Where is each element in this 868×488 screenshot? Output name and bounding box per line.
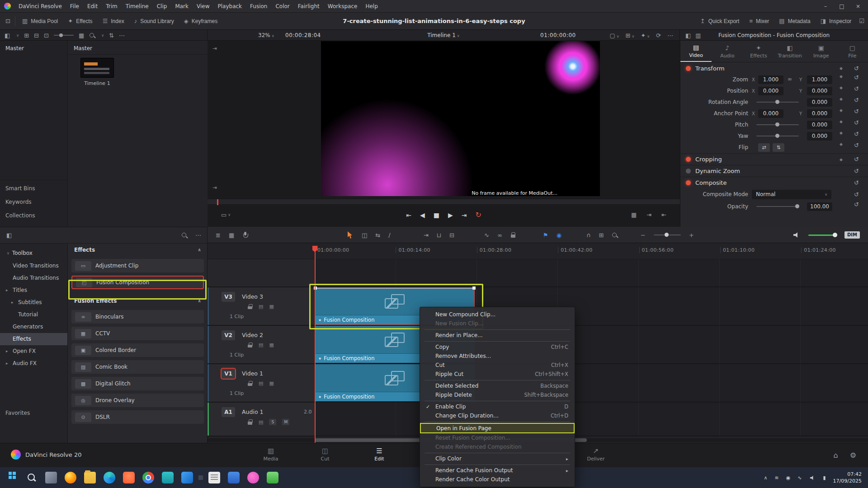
context-menu-item[interactable]: Ripple Delete Shift+Backspace xyxy=(420,390,575,399)
menu-item[interactable]: Trim xyxy=(102,0,122,13)
sort-icon[interactable]: ⇅ xyxy=(109,33,114,38)
terminal-icon[interactable] xyxy=(162,472,174,483)
effects-group-header[interactable]: Effects∧ xyxy=(68,244,208,256)
notepad-icon[interactable] xyxy=(208,472,220,483)
timeline-ruler[interactable]: 01:00:00:0001:00:14:0001:00:28:0001:00:4… xyxy=(208,243,868,259)
effect-item[interactable]: ▭ Adjustment Clip xyxy=(71,259,204,272)
timeline-zoom-slider[interactable] xyxy=(654,235,681,235)
import-media-icon[interactable]: ⊞ xyxy=(24,33,29,38)
keyframe-icon[interactable]: ◆ xyxy=(840,157,843,162)
section-enable-toggle[interactable] xyxy=(686,157,691,162)
reset-icon[interactable]: ↺ xyxy=(854,119,859,126)
media-pool-section[interactable]: Collections xyxy=(5,212,35,219)
track-id-badge[interactable]: A1 xyxy=(222,407,235,417)
timeline-timecode[interactable]: 01:00:00:00 xyxy=(540,32,576,38)
thumbnail-size-slider[interactable] xyxy=(54,35,74,36)
track-enable-icon[interactable]: ▤ xyxy=(259,419,263,425)
opacity-slider[interactable] xyxy=(756,206,799,207)
favorites-label[interactable]: Favorites xyxy=(5,410,30,416)
more-options-icon[interactable]: ⋯ xyxy=(119,33,125,38)
refresh-icon[interactable]: ⟳ xyxy=(656,33,661,38)
panel-toggle-button[interactable]: ▥ Media Pool xyxy=(17,13,63,30)
menu-item[interactable]: Clip xyxy=(153,0,171,13)
opacity-value-field[interactable]: 100.00 xyxy=(807,202,832,211)
value-field-x[interactable]: 0.000 xyxy=(758,87,783,95)
track-header[interactable]: A1 Audio 1 2.0 ▤ S M xyxy=(208,403,315,436)
inspector-tab[interactable]: ▣ Image xyxy=(806,41,837,62)
menu-item[interactable]: File xyxy=(66,0,83,13)
bin-master[interactable]: Master xyxy=(5,45,24,52)
overwrite-clip-icon[interactable]: ⊔ xyxy=(437,232,441,238)
track-name[interactable]: Video 3 xyxy=(242,293,263,300)
minimize-button[interactable]: – xyxy=(817,0,834,13)
firefox-icon[interactable] xyxy=(65,472,76,483)
project-settings-icon[interactable]: ☑ xyxy=(859,18,864,24)
reset-icon[interactable]: ↺ xyxy=(854,201,859,208)
mark-in-icon[interactable]: ⇥ xyxy=(212,45,217,52)
track-lock-icon[interactable] xyxy=(247,381,253,386)
media-pool-section[interactable]: Smart Bins xyxy=(5,185,35,192)
step-back-button[interactable]: ◀ xyxy=(420,211,425,219)
retime-curve-icon[interactable]: ∿ xyxy=(484,232,489,238)
collapse-icon[interactable]: ∧ xyxy=(198,247,201,252)
inspector-tab[interactable]: ◧ Transition xyxy=(774,41,806,62)
mark-out-icon[interactable]: ⇥ xyxy=(212,184,217,191)
track-name[interactable]: Video 2 xyxy=(242,332,263,338)
fusion-effect-item[interactable]: ▣ Colored Border xyxy=(71,343,204,357)
viewer-scale-icon[interactable]: ▢∨ xyxy=(609,33,619,38)
link-clips-icon[interactable]: ∞ xyxy=(497,232,502,238)
toolbox-item[interactable]: ▸ Titles xyxy=(0,284,67,296)
chevron-down-icon[interactable]: ∨ xyxy=(101,33,104,38)
value-field-y[interactable]: 0.000 xyxy=(807,87,832,95)
reset-icon[interactable]: ↺ xyxy=(854,131,859,137)
context-menu-item[interactable]: Open in Fusion Page xyxy=(420,423,575,433)
composite-section-header[interactable]: Composite ↺ xyxy=(680,177,868,188)
toolbox-item[interactable]: Video Transitions xyxy=(0,260,67,272)
viewer-more-options-icon[interactable]: ⋯ xyxy=(667,33,673,38)
stop-button[interactable]: ■ xyxy=(434,211,439,219)
inspector-tab[interactable]: ▤ Video xyxy=(680,41,712,62)
capture-tool-icon[interactable] xyxy=(267,472,278,483)
inspector-tab[interactable]: ✦ Effects xyxy=(743,41,774,62)
context-menu-item[interactable]: Copy Ctrl+C xyxy=(420,343,575,352)
inspector-tab[interactable]: ♪ Audio xyxy=(712,41,743,62)
inspector-tab[interactable]: ▢ File xyxy=(837,41,868,62)
keyframe-icon[interactable]: ◆ xyxy=(840,66,843,70)
volume-slider[interactable] xyxy=(808,235,836,236)
go-to-last-frame-button[interactable]: ⇥ xyxy=(462,211,467,219)
track-lock-icon[interactable] xyxy=(247,343,253,348)
toolbox-item[interactable]: Generators xyxy=(0,321,67,333)
value-field-x[interactable]: 1.000 xyxy=(758,75,783,84)
track-name[interactable]: Video 1 xyxy=(242,370,263,377)
reset-icon[interactable]: ↺ xyxy=(854,97,859,103)
panel-collapse-icon[interactable]: ◧ xyxy=(5,33,10,38)
viewer-zoom-dropdown[interactable]: 32%∨ xyxy=(258,32,274,38)
toolbox-header[interactable]: ∨Toolbox xyxy=(0,244,67,260)
cropping-section-header[interactable]: Cropping ◆ ↺ xyxy=(680,153,868,165)
trim-edit-mode-icon[interactable]: ◫ xyxy=(362,232,367,238)
context-menu-item[interactable]: Render Cache Color Output xyxy=(420,475,575,484)
track-enable-icon[interactable]: ▤ xyxy=(259,380,263,386)
stacked-timeline-icon[interactable]: ▦ xyxy=(229,232,234,238)
toolbox-item[interactable]: ▸ Open FX xyxy=(0,345,67,357)
timeline-view-options-icon[interactable]: ≣ xyxy=(216,232,221,238)
tray-speaker-icon[interactable] xyxy=(810,475,815,480)
context-menu-item[interactable]: Delete Selected Backspace xyxy=(420,381,575,390)
settings-gear-icon[interactable]: ⚙ xyxy=(850,451,856,460)
panel-toggle-button[interactable]: ◨ Inspector xyxy=(816,13,857,30)
keyframe-icon[interactable]: ◆ xyxy=(840,74,843,79)
keyframe-icon[interactable]: ◆ xyxy=(840,119,843,124)
search-icon[interactable] xyxy=(26,472,38,483)
grid-overlay-icon[interactable]: ▦ xyxy=(631,212,637,218)
inspector-collapse-icon[interactable]: ◧ xyxy=(685,33,691,38)
param-slider[interactable] xyxy=(756,136,799,136)
toolbox-item[interactable]: Effects xyxy=(0,333,67,345)
viewer-scrub-bar[interactable] xyxy=(208,199,680,205)
track-mute-button[interactable]: M xyxy=(282,419,289,425)
value-field[interactable]: 0.000 xyxy=(807,121,832,129)
transform-section-header[interactable]: Transform ◆ ↺ xyxy=(680,62,868,74)
clipchamp-icon[interactable] xyxy=(247,472,259,483)
blade-tool-icon[interactable]: ∕ xyxy=(388,232,390,238)
position-lock-icon[interactable] xyxy=(510,232,516,238)
link-icon[interactable]: ∞ xyxy=(788,76,792,82)
